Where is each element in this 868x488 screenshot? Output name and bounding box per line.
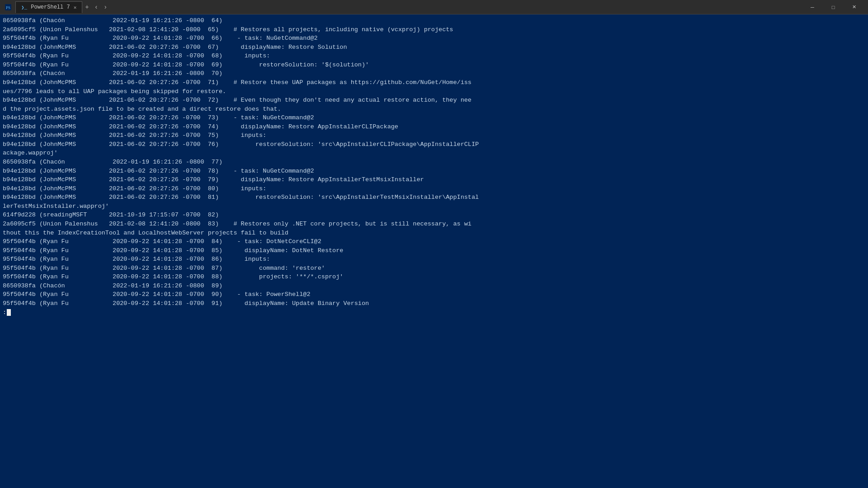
terminal-content: 8650938fa (Chacón 2022-01-19 16:21:26 -0… xyxy=(0,16,868,317)
terminal-line: lerTestMsixInstaller.wapproj' xyxy=(3,202,865,211)
tab-bar: ❯_ PowerShell 7 ✕ + ‹ › xyxy=(15,1,802,13)
powershell-icon: PS xyxy=(4,3,13,12)
terminal-line: ues/7796 leads to all UAP packages being… xyxy=(3,87,865,96)
svg-text:PS: PS xyxy=(6,5,10,10)
terminal-line: 614f9d228 (sreadingMSFT 2021-10-19 17:15… xyxy=(3,211,865,220)
terminal-line: b94e128bd (JohnMcPMS 2021-06-02 20:27:26… xyxy=(3,140,865,149)
terminal-line: 95f504f4b (Ryan Fu 2020-09-22 14:01:28 -… xyxy=(3,61,865,70)
terminal-line: b94e128bd (JohnMcPMS 2021-06-02 20:27:26… xyxy=(3,193,865,202)
terminal-line: 8650938fa (Chacón 2022-01-19 16:21:26 -0… xyxy=(3,158,865,167)
terminal-line: 8650938fa (Chacón 2022-01-19 16:21:26 -0… xyxy=(3,69,865,78)
tab-powershell7[interactable]: ❯_ PowerShell 7 ✕ xyxy=(15,1,82,13)
tab-label: PowerShell 7 xyxy=(31,4,70,10)
terminal-line: b94e128bd (JohnMcPMS 2021-06-02 20:27:26… xyxy=(3,43,865,52)
terminal-line: 95f504f4b (Ryan Fu 2020-09-22 14:01:28 -… xyxy=(3,237,865,246)
title-bar: PS ❯_ PowerShell 7 ✕ + ‹ › ─ □ ✕ xyxy=(0,0,868,14)
terminal-line: 2a6095cf5 (Union Palenshus 2021-02-08 12… xyxy=(3,220,865,229)
terminal-line: b94e128bd (JohnMcPMS 2021-06-02 20:27:26… xyxy=(3,96,865,105)
terminal-line: b94e128bd (JohnMcPMS 2021-06-02 20:27:26… xyxy=(3,131,865,140)
terminal-line: thout this the IndexCreationTool and Loc… xyxy=(3,229,865,238)
terminal-line: d the project.assets.json file to be cre… xyxy=(3,105,865,114)
terminal-line: 95f504f4b (Ryan Fu 2020-09-22 14:01:28 -… xyxy=(3,299,865,308)
terminal-line: 8650938fa (Chacón 2022-01-19 16:21:26 -0… xyxy=(3,16,865,25)
terminal-line: 95f504f4b (Ryan Fu 2020-09-22 14:01:28 -… xyxy=(3,272,865,282)
tab-nav-left[interactable]: ‹ xyxy=(92,4,101,11)
terminal-line: ackage.wapproj' xyxy=(3,149,865,158)
terminal-line: 95f504f4b (Ryan Fu 2020-09-22 14:01:28 -… xyxy=(3,246,865,255)
terminal-line: b94e128bd (JohnMcPMS 2021-06-02 20:27:26… xyxy=(3,175,865,184)
terminal-prompt[interactable]: : xyxy=(3,308,865,317)
tab-nav-right[interactable]: › xyxy=(101,4,110,11)
terminal-window: 8650938fa (Chacón 2022-01-19 16:21:26 -0… xyxy=(0,14,868,488)
terminal-line: 2a6095cf5 (Union Palenshus 2021-02-08 12… xyxy=(3,25,865,34)
terminal-line: b94e128bd (JohnMcPMS 2021-06-02 20:27:26… xyxy=(3,122,865,131)
terminal-line: 95f504f4b (Ryan Fu 2020-09-22 14:01:28 -… xyxy=(3,255,865,264)
window-controls: ─ □ ✕ xyxy=(802,0,864,14)
terminal-line: 95f504f4b (Ryan Fu 2020-09-22 14:01:28 -… xyxy=(3,52,865,61)
new-tab-button[interactable]: + xyxy=(82,4,91,11)
terminal-line: 95f504f4b (Ryan Fu 2020-09-22 14:01:28 -… xyxy=(3,264,865,273)
tab-close-icon[interactable]: ✕ xyxy=(74,5,77,10)
terminal-line: 8650938fa (Chacón 2022-01-19 16:21:26 -0… xyxy=(3,282,865,291)
terminal-line: b94e128bd (JohnMcPMS 2021-06-02 20:27:26… xyxy=(3,184,865,193)
cursor xyxy=(7,309,11,316)
close-button[interactable]: ✕ xyxy=(844,0,864,14)
prompt-symbol: : xyxy=(3,308,6,317)
tab-icon: ❯_ xyxy=(21,5,27,10)
terminal-line: 95f504f4b (Ryan Fu 2020-09-22 14:01:28 -… xyxy=(3,34,865,43)
terminal-line: 95f504f4b (Ryan Fu 2020-09-22 14:01:28 -… xyxy=(3,290,865,299)
minimize-button[interactable]: ─ xyxy=(802,0,823,14)
terminal-line: b94e128bd (JohnMcPMS 2021-06-02 20:27:26… xyxy=(3,113,865,122)
maximize-button[interactable]: □ xyxy=(823,0,844,14)
terminal-line: b94e128bd (JohnMcPMS 2021-06-02 20:27:26… xyxy=(3,167,865,176)
terminal-line: b94e128bd (JohnMcPMS 2021-06-02 20:27:26… xyxy=(3,78,865,87)
